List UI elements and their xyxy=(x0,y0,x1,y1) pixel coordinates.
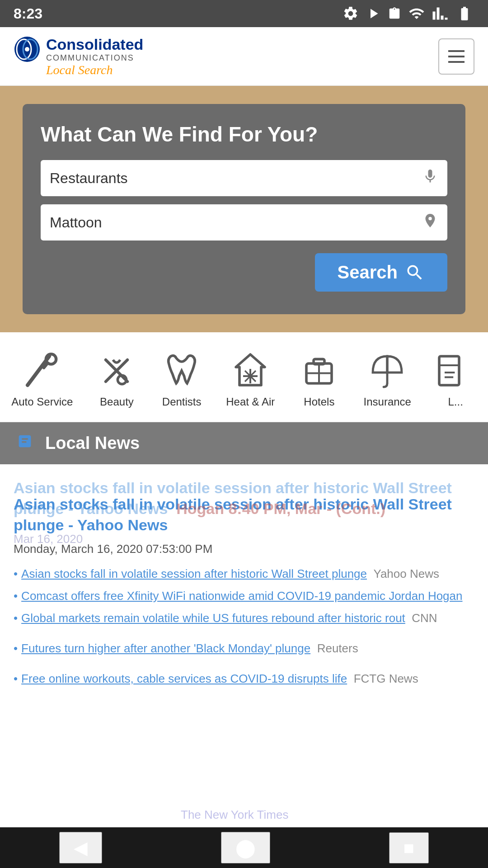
logo: Consolidated communications Local Search xyxy=(14,36,143,77)
dentists-label: Dentists xyxy=(162,396,202,408)
svg-rect-16 xyxy=(314,359,324,364)
app-header: Consolidated communications Local Search xyxy=(0,27,488,86)
news-main-headline[interactable]: Asian stocks fall in volatile session af… xyxy=(14,494,474,536)
bullet-5: • xyxy=(14,672,18,686)
search-button[interactable]: Search xyxy=(315,253,447,292)
wifi-icon xyxy=(408,5,426,22)
news-item-5: • Free online workouts, cable services a… xyxy=(14,672,474,686)
status-icons xyxy=(343,5,474,22)
hotels-label: Hotels xyxy=(304,396,334,408)
category-dentists[interactable]: Dentists xyxy=(149,346,214,413)
beauty-icon xyxy=(96,350,137,391)
news-source-5: FCTG News xyxy=(354,672,418,685)
news-item-1: • Asian stocks fall in volatile session … xyxy=(14,567,474,581)
dentists-icon xyxy=(161,350,202,391)
beauty-label: Beauty xyxy=(100,396,134,408)
status-bar: 8:23 xyxy=(0,0,488,27)
bullet-3: • xyxy=(14,611,18,625)
search-button-label: Search xyxy=(338,262,398,283)
insurance-icon xyxy=(367,350,408,391)
category-beauty[interactable]: Beauty xyxy=(84,346,150,413)
location-input-row[interactable] xyxy=(41,204,447,241)
bullet-2: • xyxy=(14,589,18,603)
news-source-4: Reuters xyxy=(317,642,358,655)
bullet-1: • xyxy=(14,567,18,581)
category-heat-air[interactable]: Heat & Air xyxy=(214,346,287,413)
news-source-1: Yahoo News xyxy=(374,567,440,580)
heat-air-label: Heat & Air xyxy=(226,396,275,408)
clipboard-icon xyxy=(388,5,401,22)
news-source-3: CNN xyxy=(412,611,437,625)
brand-sub: communications xyxy=(46,53,143,63)
svg-rect-20 xyxy=(439,356,459,385)
news-timestamp: Monday, March 16, 2020 07:53:00 PM xyxy=(14,542,474,556)
local-news-title: Local News xyxy=(45,434,140,453)
category-insurance[interactable]: Insurance xyxy=(352,346,423,413)
news-link-1[interactable]: Asian stocks fall in volatile session af… xyxy=(21,567,367,580)
home-button[interactable]: ⬤ xyxy=(221,832,270,863)
location-icon[interactable] xyxy=(422,212,438,233)
microphone-icon[interactable] xyxy=(422,168,438,189)
category-hotels[interactable]: Hotels xyxy=(287,346,352,413)
local-news-icon xyxy=(14,432,36,454)
local-news-header: Local News xyxy=(0,422,488,464)
local-search-label: Local Search xyxy=(46,63,143,77)
auto-service-icon xyxy=(22,350,62,391)
recent-button[interactable]: ■ xyxy=(389,832,429,863)
brand-logo-icon xyxy=(14,36,41,63)
more-icon xyxy=(435,350,476,391)
menu-button[interactable] xyxy=(438,38,474,75)
heat-air-icon xyxy=(230,350,271,391)
category-auto-service[interactable]: Auto Service xyxy=(0,346,84,413)
news-content: Asian stocks fall in volatile session af… xyxy=(0,464,488,843)
keyword-input-row[interactable] xyxy=(41,160,447,196)
bottom-nav: ◀ ⬤ ■ xyxy=(0,827,488,868)
hero-section: What Can We Find For You? Search xyxy=(0,86,488,332)
bullet-4: • xyxy=(14,642,18,656)
battery-icon xyxy=(455,5,474,22)
play-icon xyxy=(365,5,381,22)
category-nav: Auto Service Beauty Dentists xyxy=(0,332,488,422)
location-input[interactable] xyxy=(50,214,422,231)
news-link-5[interactable]: Free online workouts, cable services as … xyxy=(21,672,347,685)
signal-icon xyxy=(432,5,448,22)
more-label: L... xyxy=(448,396,463,408)
news-item-4: • Futures turn higher after another 'Bla… xyxy=(14,642,474,656)
news-item-2: • Comcast offers free Xfinity WiFi natio… xyxy=(14,589,474,603)
keyword-input[interactable] xyxy=(50,170,422,187)
hotels-icon xyxy=(299,350,339,391)
auto-service-label: Auto Service xyxy=(11,396,73,408)
news-link-2[interactable]: Comcast offers free Xfinity WiFi nationw… xyxy=(21,589,462,603)
news-link-3[interactable]: Global markets remain volatile while US … xyxy=(21,611,405,625)
brand-name: Consolidated xyxy=(46,36,143,53)
settings-icon xyxy=(343,5,359,22)
news-item-3: • Global markets remain volatile while U… xyxy=(14,611,474,625)
search-title: What Can We Find For You? xyxy=(41,122,447,146)
status-time: 8:23 xyxy=(14,5,42,22)
insurance-label: Insurance xyxy=(364,396,411,408)
svg-point-3 xyxy=(25,47,29,52)
back-button[interactable]: ◀ xyxy=(59,832,102,863)
news-link-4[interactable]: Futures turn higher after another 'Black… xyxy=(21,642,310,655)
category-more[interactable]: L... xyxy=(423,346,488,413)
search-panel: What Can We Find For You? Search xyxy=(23,104,465,314)
